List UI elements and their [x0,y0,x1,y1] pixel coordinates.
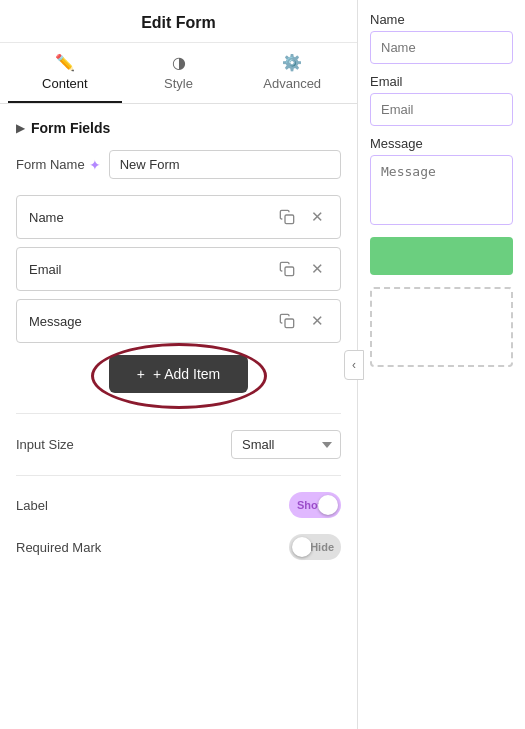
label-toggle-track: Show [289,492,341,518]
svg-rect-2 [285,319,294,328]
panel-title: Edit Form [16,14,341,32]
panel-header: Edit Form [0,0,357,43]
required-mark-toggle-row: Required Mark Hide [16,534,341,560]
required-mark-label: Required Mark [16,540,289,555]
form-name-row: Form Name ✦ [16,150,341,179]
input-size-label: Input Size [16,437,231,452]
preview-email-input[interactable] [370,93,513,126]
panel-content: ▶ Form Fields Form Name ✦ Name [0,104,357,729]
collapse-panel-button[interactable]: ‹ [344,350,364,380]
form-fields-title: Form Fields [31,120,110,136]
field-item-message: Message ✕ [16,299,341,343]
content-icon: ✏️ [55,53,75,72]
field-message-label: Message [29,314,275,329]
copy-name-button[interactable] [275,206,299,228]
field-name-actions: ✕ [275,206,328,228]
field-item-name: Name ✕ [16,195,341,239]
field-items-list: Name ✕ Email [16,195,341,343]
field-email-label: Email [29,262,275,277]
form-fields-section-header: ▶ Form Fields [16,120,341,136]
delete-email-button[interactable]: ✕ [307,258,328,280]
label-toggle-row: Label Show [16,492,341,518]
divider-2 [16,475,341,476]
copy-message-button[interactable] [275,310,299,332]
field-email-actions: ✕ [275,258,328,280]
advanced-icon: ⚙️ [282,53,302,72]
svg-rect-1 [285,267,294,276]
right-panel: ‹ Name Email Message [358,0,525,729]
add-item-icon: + [137,366,145,382]
preview-message-textarea[interactable] [370,155,513,225]
add-item-container: + + Add Item [16,355,341,393]
required-mark-toggle[interactable]: Hide [289,534,341,560]
tab-advanced-label: Advanced [263,76,321,91]
input-size-select[interactable]: Small Medium Large [231,430,341,459]
dashed-placeholder-area [370,287,513,367]
tab-content-label: Content [42,76,88,91]
preview-submit-button[interactable] [370,237,513,275]
required-mark-toggle-text: Hide [310,541,334,553]
field-name-label: Name [29,210,275,225]
collapse-icon: ‹ [352,358,356,372]
delete-message-button[interactable]: ✕ [307,310,328,332]
tab-style[interactable]: ◑ Style [122,43,236,103]
tab-style-label: Style [164,76,193,91]
field-message-actions: ✕ [275,310,328,332]
field-item-email: Email ✕ [16,247,341,291]
preview-name-input[interactable] [370,31,513,64]
form-name-input[interactable] [109,150,341,179]
divider-1 [16,413,341,414]
left-panel: Edit Form ✏️ Content ◑ Style ⚙️ Advanced… [0,0,358,729]
tabs-bar: ✏️ Content ◑ Style ⚙️ Advanced [0,43,357,104]
delete-name-button[interactable]: ✕ [307,206,328,228]
svg-rect-0 [285,215,294,224]
style-icon: ◑ [172,53,186,72]
sparkle-icon: ✦ [89,157,101,173]
preview-message-label: Message [370,136,513,151]
label-toggle-label: Label [16,498,289,513]
required-mark-toggle-track: Hide [289,534,341,560]
copy-email-button[interactable] [275,258,299,280]
label-toggle[interactable]: Show [289,492,341,518]
required-mark-toggle-knob [292,537,312,557]
add-item-label: + Add Item [153,366,220,382]
preview-email-label: Email [370,74,513,89]
section-arrow-icon: ▶ [16,121,25,135]
form-name-label: Form Name ✦ [16,157,101,173]
tab-advanced[interactable]: ⚙️ Advanced [235,43,349,103]
input-size-row: Input Size Small Medium Large [16,430,341,459]
preview-name-label: Name [370,12,513,27]
preview-form: Name Email Message [370,12,513,275]
add-item-button[interactable]: + + Add Item [109,355,249,393]
tab-content[interactable]: ✏️ Content [8,43,122,103]
label-toggle-knob [318,495,338,515]
